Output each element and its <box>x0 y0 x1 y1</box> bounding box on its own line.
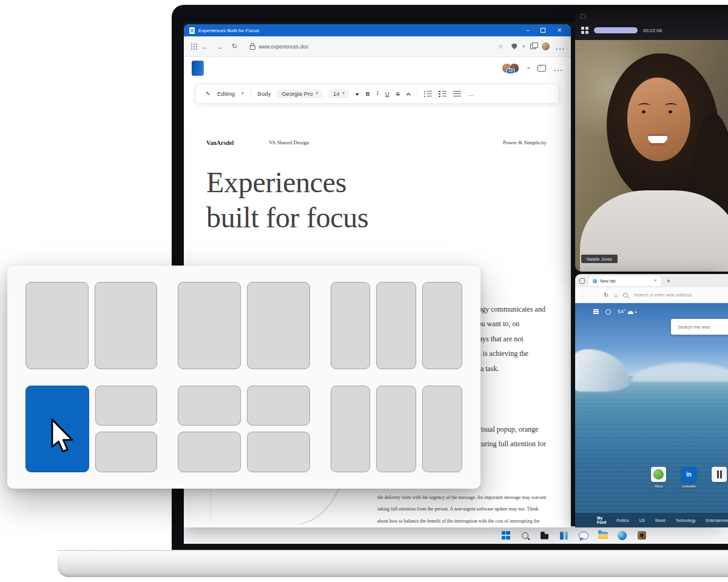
forward-icon[interactable]: → <box>592 292 598 298</box>
underline-button[interactable]: U <box>385 90 389 97</box>
snap-option-narrow-wide-narrow[interactable] <box>331 386 462 473</box>
minimize-icon[interactable]: – <box>526 27 529 33</box>
start-button-icon[interactable] <box>500 530 511 541</box>
snap-option-left-large-right-stacked[interactable] <box>25 386 157 473</box>
back-icon[interactable]: ← <box>581 292 587 298</box>
text-color-icon[interactable]: ● <box>356 90 359 97</box>
settings-ellipsis-icon[interactable]: … <box>555 41 565 52</box>
quick-link-xbox[interactable]: Xbox <box>651 467 666 488</box>
task-view-icon[interactable] <box>559 530 569 541</box>
snap-option-left-wide-right-narrow[interactable] <box>178 282 309 369</box>
edge-browser-icon[interactable] <box>617 530 627 541</box>
desktop-app-icon[interactable] <box>539 530 550 541</box>
more-options-icon[interactable]: … <box>553 62 563 73</box>
snap-cell[interactable] <box>95 386 158 426</box>
chevron-down-icon: ▾ <box>635 310 637 314</box>
align-text-icon[interactable] <box>453 90 461 97</box>
maximize-icon[interactable] <box>541 28 545 33</box>
collections-icon[interactable] <box>530 44 536 49</box>
address-bar[interactable]: www.experiences.doc <box>258 44 308 50</box>
italic-button[interactable]: I <box>377 90 379 96</box>
strikethrough-button[interactable]: S <box>396 90 400 97</box>
home-icon[interactable]: ⌂ <box>614 292 618 298</box>
search-icon[interactable] <box>520 530 530 541</box>
teams-chat-icon[interactable] <box>578 530 588 541</box>
feed-nav-my-feed[interactable]: My Feed <box>597 516 606 524</box>
word-window-titlebar[interactable]: Experiences Built for Focus – ✕ <box>184 24 571 36</box>
address-bar[interactable]: Search or enter web address <box>633 292 692 298</box>
snap-option-two-columns[interactable] <box>25 282 157 369</box>
snap-cell[interactable] <box>422 386 462 473</box>
meeting-title-pill <box>594 27 638 33</box>
wallpaper-sea <box>575 376 728 527</box>
font-selector[interactable]: Georgia Pro ▾ <box>277 89 322 98</box>
chevron-down-icon[interactable]: ▾ <box>241 91 244 96</box>
present-icon[interactable] <box>538 65 546 72</box>
collaborator-count-badge: +6 <box>506 69 515 74</box>
bold-button[interactable]: B <box>366 90 370 97</box>
linkedin-icon: in <box>681 467 696 482</box>
style-selector[interactable]: Body <box>258 90 271 97</box>
feed-nav-politics[interactable]: Politics <box>616 518 629 523</box>
snap-cell[interactable] <box>95 432 158 472</box>
hamburger-menu-icon[interactable] <box>593 309 599 310</box>
font-size-selector[interactable]: 14 ▾ <box>329 89 349 98</box>
favorites-star-icon[interactable]: ☆ <box>498 43 504 50</box>
snap-cell[interactable] <box>247 282 310 369</box>
tab-new-tab[interactable]: New tab ✕ <box>588 276 661 286</box>
quick-links-row: Xbox in LinkedIn <box>651 467 727 488</box>
cloud-icon <box>628 311 633 314</box>
snap-cell[interactable] <box>247 432 310 472</box>
new-tab-icon[interactable]: + <box>667 278 670 284</box>
feed-nav-us[interactable]: US <box>639 518 645 523</box>
account-circle-icon[interactable] <box>605 309 611 315</box>
gallery-view-icon[interactable] <box>581 27 584 30</box>
quick-link-3[interactable] <box>712 467 727 488</box>
snap-cell[interactable] <box>178 386 241 426</box>
quick-link-linkedin[interactable]: in LinkedIn <box>681 467 696 488</box>
camera-app-icon[interactable] <box>636 530 647 541</box>
snap-cell[interactable] <box>376 386 416 473</box>
snap-cell[interactable] <box>95 282 158 369</box>
document-brand: VanArsdel <box>206 139 234 146</box>
comments-icon[interactable]: ~ <box>527 65 530 72</box>
feed-nav-entertainment[interactable]: Entertainment <box>706 518 728 523</box>
bing-search-box[interactable]: Search the web <box>671 319 728 335</box>
chevron-down-icon[interactable]: ▾ <box>522 44 525 49</box>
call-titlebar[interactable]: 00:22:06 <box>575 11 728 40</box>
snap-layouts-panel <box>7 266 480 489</box>
snap-option-three-columns[interactable] <box>331 282 462 369</box>
numbered-list-icon[interactable] <box>439 90 447 97</box>
snap-option-quad-grid[interactable] <box>178 386 309 473</box>
snap-cell[interactable] <box>178 282 241 369</box>
refresh-icon[interactable]: ↻ <box>232 42 237 50</box>
profile-avatar[interactable] <box>542 42 550 50</box>
weather-widget[interactable]: 54° ▾ <box>618 309 637 315</box>
snap-cell[interactable] <box>376 282 416 369</box>
snap-cell[interactable] <box>331 386 371 473</box>
toolbar-more-icon[interactable]: … <box>468 90 474 97</box>
snap-cell[interactable] <box>422 282 462 369</box>
collaborator-avatars[interactable]: +6 <box>502 63 519 73</box>
snap-cell[interactable] <box>25 282 89 369</box>
lock-icon <box>250 45 255 50</box>
snap-cell[interactable] <box>247 386 310 426</box>
word-logo-icon[interactable] <box>192 61 204 76</box>
feed-nav-technology[interactable]: Technology <box>676 518 696 523</box>
file-explorer-icon[interactable] <box>598 530 608 541</box>
editing-mode-button[interactable]: Editing <box>217 90 235 97</box>
shield-icon[interactable] <box>511 44 517 50</box>
snap-cell[interactable] <box>331 282 371 369</box>
bulleted-list-icon[interactable] <box>424 90 432 97</box>
tab-actions-icon[interactable] <box>579 278 585 284</box>
forward-icon[interactable]: → <box>217 43 223 50</box>
feed-nav-world[interactable]: World <box>655 518 666 523</box>
tab-close-icon[interactable]: ✕ <box>654 278 657 283</box>
close-icon[interactable]: ✕ <box>557 27 562 33</box>
snap-cell[interactable] <box>178 432 241 472</box>
clear-format-button[interactable]: A <box>406 90 410 97</box>
refresh-icon[interactable]: ↻ <box>604 292 608 298</box>
back-icon[interactable]: ← <box>201 43 208 50</box>
document-header-right: Power & Simplicity <box>503 139 547 146</box>
apps-grid-icon[interactable] <box>191 44 192 45</box>
